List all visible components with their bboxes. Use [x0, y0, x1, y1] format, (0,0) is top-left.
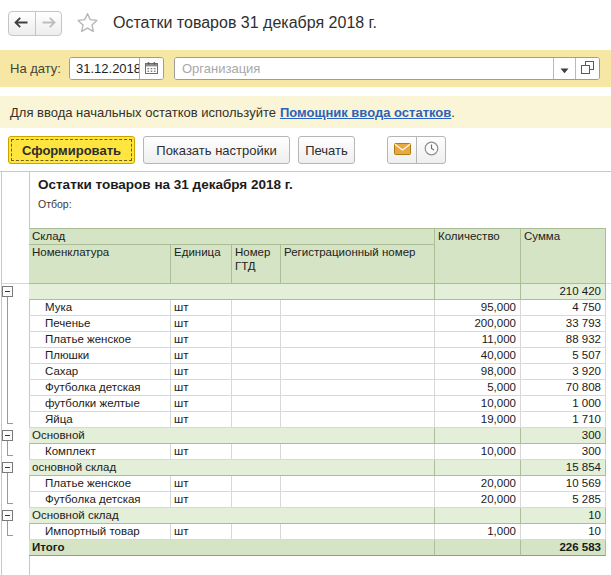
cell-gtd-number[interactable]	[232, 364, 281, 380]
cell-quantity[interactable]: 19,000	[435, 412, 521, 428]
cell-reg-number[interactable]	[281, 300, 435, 316]
cell-sum[interactable]: 5 285	[521, 492, 606, 508]
cell-group-name[interactable]: основной склад	[29, 460, 435, 476]
history-button[interactable]	[416, 136, 446, 164]
cell-nomenclature[interactable]: Плюшки	[29, 348, 171, 364]
cell-sum[interactable]: 300	[521, 444, 606, 460]
date-input[interactable]	[70, 58, 139, 79]
column-header-quantity[interactable]: Количество	[435, 229, 521, 284]
cell-sum[interactable]: 5 507	[521, 348, 606, 364]
cell-reg-number[interactable]	[281, 364, 435, 380]
cell-unit[interactable]: шт	[171, 332, 232, 348]
cell-quantity[interactable]: 1,000	[435, 524, 521, 540]
cell-quantity[interactable]: 10,000	[435, 396, 521, 412]
collapse-group-button[interactable]	[2, 430, 13, 441]
collapse-group-button[interactable]	[2, 286, 13, 297]
cell-sum[interactable]: 3 920	[521, 364, 606, 380]
cell-quantity[interactable]	[435, 540, 521, 556]
cell-unit[interactable]: шт	[171, 364, 232, 380]
cell-sum[interactable]: 10	[521, 508, 606, 524]
cell-reg-number[interactable]	[281, 316, 435, 332]
cell-gtd-number[interactable]	[232, 396, 281, 412]
cell-sum[interactable]: 33 793	[521, 316, 606, 332]
cell-reg-number[interactable]	[281, 476, 435, 492]
cell-group-name[interactable]: Основной склад	[29, 508, 435, 524]
cell-sum[interactable]: 10 569	[521, 476, 606, 492]
cell-reg-number[interactable]	[281, 380, 435, 396]
organization-choose-button[interactable]	[575, 58, 599, 79]
cell-nomenclature[interactable]: Футболка детская	[29, 492, 171, 508]
cell-sum[interactable]: 88 932	[521, 332, 606, 348]
cell-unit[interactable]: шт	[171, 348, 232, 364]
cell-unit[interactable]: шт	[171, 524, 232, 540]
cell-unit[interactable]: шт	[171, 412, 232, 428]
cell-quantity[interactable]: 10,000	[435, 444, 521, 460]
cell-sum[interactable]: 15 854	[521, 460, 606, 476]
cell-unit[interactable]: шт	[171, 300, 232, 316]
cell-sum[interactable]: 1 000	[521, 396, 606, 412]
column-header-nomenclature[interactable]: Номенклатура	[29, 245, 171, 284]
collapse-group-button[interactable]	[2, 462, 13, 473]
cell-nomenclature[interactable]: Платье женское	[29, 476, 171, 492]
cell-gtd-number[interactable]	[232, 332, 281, 348]
cell-reg-number[interactable]	[281, 412, 435, 428]
column-header-gtd-number[interactable]: Номер ГТД	[232, 245, 281, 284]
organization-input[interactable]	[175, 58, 553, 79]
cell-reg-number[interactable]	[281, 444, 435, 460]
cell-reg-number[interactable]	[281, 396, 435, 412]
cell-quantity[interactable]: 20,000	[435, 492, 521, 508]
cell-sum[interactable]: 10	[521, 524, 606, 540]
cell-sum[interactable]: 300	[521, 428, 606, 444]
cell-gtd-number[interactable]	[232, 300, 281, 316]
cell-nomenclature[interactable]: Платье женское	[29, 332, 171, 348]
favorite-star-icon[interactable]	[76, 12, 99, 34]
back-button[interactable]	[8, 11, 36, 36]
cell-quantity[interactable]: 40,000	[435, 348, 521, 364]
cell-quantity[interactable]: 20,000	[435, 476, 521, 492]
cell-nomenclature[interactable]: Мука	[29, 300, 171, 316]
cell-nomenclature[interactable]: Футболка детская	[29, 380, 171, 396]
cell-sum[interactable]: 4 750	[521, 300, 606, 316]
cell-reg-number[interactable]	[281, 332, 435, 348]
cell-quantity[interactable]: 98,000	[435, 364, 521, 380]
send-email-button[interactable]	[387, 136, 417, 164]
assistant-link[interactable]: Помощник ввода остатков	[280, 105, 451, 120]
organization-dropdown-button[interactable]	[553, 58, 575, 79]
cell-gtd-number[interactable]	[232, 316, 281, 332]
cell-group-name[interactable]: Итого	[29, 540, 435, 556]
cell-sum[interactable]: 1 710	[521, 412, 606, 428]
cell-gtd-number[interactable]	[232, 412, 281, 428]
cell-unit[interactable]: шт	[171, 316, 232, 332]
cell-unit[interactable]: шт	[171, 396, 232, 412]
cell-unit[interactable]: шт	[171, 444, 232, 460]
generate-button[interactable]: Сформировать	[8, 136, 135, 164]
cell-nomenclature[interactable]: футболки желтые	[29, 396, 171, 412]
cell-quantity[interactable]	[435, 428, 521, 444]
cell-group-name[interactable]: Основной	[29, 428, 435, 444]
cell-sum[interactable]: 226 583	[521, 540, 606, 556]
collapse-group-button[interactable]	[2, 510, 13, 521]
cell-gtd-number[interactable]	[232, 524, 281, 540]
cell-reg-number[interactable]	[281, 492, 435, 508]
cell-unit[interactable]: шт	[171, 492, 232, 508]
cell-sum[interactable]: 70 808	[521, 380, 606, 396]
cell-nomenclature[interactable]: Комплект	[29, 444, 171, 460]
cell-quantity[interactable]	[435, 508, 521, 524]
cell-reg-number[interactable]	[281, 524, 435, 540]
cell-quantity[interactable]: 200,000	[435, 316, 521, 332]
cell-reg-number[interactable]	[281, 348, 435, 364]
cell-quantity[interactable]: 11,000	[435, 332, 521, 348]
column-header-sum[interactable]: Сумма	[521, 229, 606, 284]
cell-nomenclature[interactable]: Яйца	[29, 412, 171, 428]
cell-quantity[interactable]: 5,000	[435, 380, 521, 396]
cell-unit[interactable]: шт	[171, 476, 232, 492]
cell-quantity[interactable]	[435, 284, 521, 300]
column-header-unit[interactable]: Единица	[171, 245, 232, 284]
forward-button[interactable]	[35, 11, 63, 36]
cell-gtd-number[interactable]	[232, 444, 281, 460]
cell-nomenclature[interactable]: Сахар	[29, 364, 171, 380]
cell-nomenclature[interactable]: Печенье	[29, 316, 171, 332]
cell-unit[interactable]: шт	[171, 380, 232, 396]
cell-gtd-number[interactable]	[232, 476, 281, 492]
column-header-reg-number[interactable]: Регистрационный номер	[281, 245, 435, 284]
